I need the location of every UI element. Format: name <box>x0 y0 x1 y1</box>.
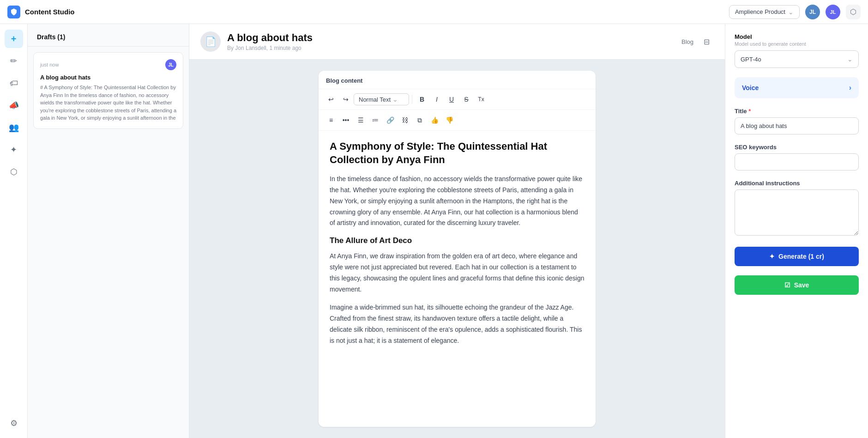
seo-field-label: SEO keywords <box>735 144 859 151</box>
topbar-left: Content Studio <box>7 6 74 18</box>
sidenav: + ✏ 🏷 📣 👥 ✦ ⬡ ⚙ <box>0 24 28 438</box>
model-section-sublabel: Model used to generate content <box>735 41 859 47</box>
italic-button[interactable]: I <box>430 93 444 106</box>
bullet-list-button[interactable]: ☰ <box>354 114 368 127</box>
generate-button[interactable]: ✦ Generate (1 cr) <box>735 247 859 266</box>
unlink-button[interactable]: ⛓ <box>398 114 412 127</box>
align-left-button[interactable]: ≡ <box>324 114 338 127</box>
sidebar-item-plugin[interactable]: ⬡ <box>5 163 23 181</box>
draft-preview: # A Symphony of Style: The Quintessentia… <box>40 84 176 122</box>
editor-body[interactable]: A Symphony of Style: The Quintessential … <box>319 131 596 365</box>
doc-icon: 📄 <box>200 31 221 52</box>
instructions-section: Additional instructions <box>735 180 859 237</box>
sidebar-item-edit[interactable]: ✏ <box>5 52 23 70</box>
instructions-field-label: Additional instructions <box>735 180 859 187</box>
draft-title: A blog about hats <box>40 74 176 81</box>
model-chevron-icon <box>847 55 853 63</box>
seo-section: SEO keywords <box>735 144 859 170</box>
app-title: Content Studio <box>25 8 74 16</box>
main-layout: + ✏ 🏷 📣 👥 ✦ ⬡ ⚙ Drafts (1) just now JL A… <box>0 24 868 438</box>
toolbar-row1: ↩ ↪ Normal Text B I U S Tx <box>319 89 596 110</box>
strikethrough-button[interactable]: S <box>459 93 473 106</box>
title-required-indicator: * <box>748 108 751 115</box>
content-type-label: Blog <box>681 38 693 45</box>
article-h2: The Allure of Art Deco <box>330 236 585 245</box>
thumbup-button[interactable]: 👍 <box>428 114 441 127</box>
voice-chevron-icon <box>849 84 851 92</box>
avatar-small[interactable]: JL <box>826 5 840 19</box>
draft-card-meta: just now JL <box>40 59 176 70</box>
editor-wrapper: Blog content ↩ ↪ Normal Text B I U S Tx <box>189 60 725 438</box>
save-button[interactable]: ☑ Save <box>735 275 859 295</box>
instructions-textarea[interactable] <box>735 189 859 236</box>
model-value: GPT-4o <box>741 56 761 63</box>
share-button[interactable]: ⬡ <box>846 5 861 19</box>
article-p3: Imagine a wide-brimmed sun hat, its silh… <box>330 302 585 346</box>
avatar-main[interactable]: JL <box>805 5 820 19</box>
numbered-list-button[interactable]: ≔ <box>368 114 382 127</box>
topbar: Content Studio Amplience Product JL JL ⬡ <box>0 0 868 24</box>
editor-toolbar-label: Blog content <box>319 71 596 89</box>
title-field-label: Title * <box>735 108 859 115</box>
text-style-chevron <box>392 96 398 103</box>
columns-icon-button[interactable]: ⊟ <box>699 34 714 49</box>
drafts-header: Drafts (1) <box>28 24 189 47</box>
editor-card: Blog content ↩ ↪ Normal Text B I U S Tx <box>319 71 596 427</box>
more-options-button[interactable]: ••• <box>339 114 353 127</box>
workspace-label: Amplience Product <box>735 8 785 15</box>
sparkle-icon: ✦ <box>769 253 775 260</box>
save-btn-label: Save <box>794 281 809 289</box>
title-input[interactable] <box>735 117 859 134</box>
toolbar-row2: ≡ ••• ☰ ≔ 🔗 ⛓ ⧉ 👍 👎 <box>319 110 596 131</box>
content-subtitle: By Jon Lansdell, 1 minute ago <box>227 45 313 51</box>
model-section-label: Model <box>735 33 859 40</box>
save-icon: ☑ <box>784 281 790 289</box>
content-title-group: A blog about hats By Jon Lansdell, 1 min… <box>227 32 313 51</box>
topbar-right: Amplience Product JL JL ⬡ <box>729 5 861 19</box>
text-style-select[interactable]: Normal Text <box>354 93 409 105</box>
text-style-value: Normal Text <box>359 96 391 103</box>
link-button[interactable]: 🔗 <box>383 114 397 127</box>
drafts-panel: Drafts (1) just now JL A blog about hats… <box>28 24 189 438</box>
seo-input[interactable] <box>735 153 859 170</box>
sidebar-item-megaphone[interactable]: 📣 <box>5 96 23 115</box>
drafts-list: just now JL A blog about hats # A Sympho… <box>28 47 189 438</box>
underline-button[interactable]: U <box>445 93 458 106</box>
content-header-left: 📄 A blog about hats By Jon Lansdell, 1 m… <box>200 31 313 52</box>
thumbdown-button[interactable]: 👎 <box>442 114 456 127</box>
generate-btn-label: Generate (1 cr) <box>778 253 824 260</box>
draft-timestamp: just now <box>40 62 59 67</box>
bold-button[interactable]: B <box>415 93 429 106</box>
model-section: Model Model used to generate content GPT… <box>735 33 859 68</box>
draft-card[interactable]: just now JL A blog about hats # A Sympho… <box>33 52 183 129</box>
sidebar-item-settings[interactable]: ⚙ <box>5 414 23 432</box>
chevron-down-icon <box>788 8 794 16</box>
workspace-selector[interactable]: Amplience Product <box>729 5 800 19</box>
sidebar-item-users[interactable]: 👥 <box>5 118 23 137</box>
content-header: 📄 A blog about hats By Jon Lansdell, 1 m… <box>189 24 725 60</box>
sidebar-item-tag[interactable]: 🏷 <box>5 74 23 92</box>
title-section: Title * <box>735 108 859 134</box>
article-p2: At Anya Finn, we draw inspiration from t… <box>330 251 585 295</box>
sidebar-item-add[interactable]: + <box>5 30 23 48</box>
draft-avatar: JL <box>165 59 176 70</box>
content-header-right: Blog ⊟ <box>681 34 714 49</box>
copy-button[interactable]: ⧉ <box>413 114 427 127</box>
content-title: A blog about hats <box>227 32 313 44</box>
voice-section[interactable]: Voice <box>735 77 859 98</box>
sidebar-item-sparkle[interactable]: ✦ <box>5 140 23 159</box>
right-panel: Model Model used to generate content GPT… <box>725 24 868 438</box>
undo-button[interactable]: ↩ <box>324 93 338 106</box>
redo-button[interactable]: ↪ <box>339 93 353 106</box>
article-p1: In the timeless dance of fashion, no acc… <box>330 174 585 229</box>
logo-icon <box>7 6 20 18</box>
voice-label: Voice <box>742 84 759 91</box>
toolbar-divider-1 <box>412 95 412 104</box>
model-selector[interactable]: GPT-4o <box>735 50 859 68</box>
article-h1: A Symphony of Style: The Quintessential … <box>330 140 585 166</box>
content-area: 📄 A blog about hats By Jon Lansdell, 1 m… <box>189 24 725 438</box>
clear-format-button[interactable]: Tx <box>474 93 488 106</box>
